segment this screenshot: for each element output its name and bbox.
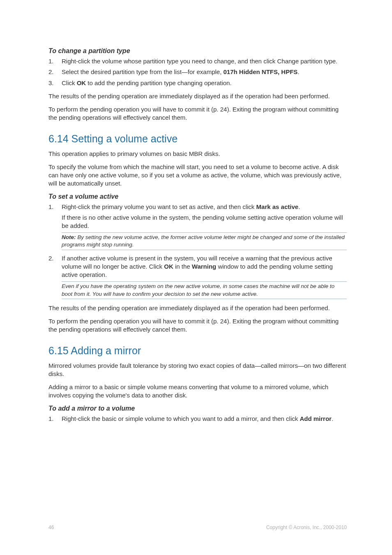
list-number: 1. bbox=[48, 57, 54, 65]
list-number: 2. bbox=[48, 68, 54, 76]
page-number: 46 bbox=[48, 525, 54, 530]
list-text: Right-click the volume whose partition t… bbox=[62, 58, 337, 65]
copyright-text: Copyright © Acronis, Inc., 2000-2010 bbox=[266, 525, 347, 530]
list-text: Select the desired partition type from t… bbox=[62, 68, 300, 75]
heading-adding-mirror: 6.15 Adding a mirror bbox=[48, 345, 347, 357]
list-item: 2.Select the desired partition type from… bbox=[48, 68, 347, 76]
sub-paragraph: If there is no other active volume in th… bbox=[62, 214, 347, 230]
list-change-partition-type: 1.Right-click the volume whose partition… bbox=[48, 57, 347, 87]
paragraph: Mirrored volumes provide fault tolerance… bbox=[48, 362, 347, 379]
list-item: 3.Click OK to add the pending partition … bbox=[48, 79, 347, 87]
heading-set-volume-active: To set a volume active bbox=[48, 193, 347, 200]
paragraph: This operation applies to primary volume… bbox=[48, 150, 347, 158]
note-body: By setting the new volume active, the fo… bbox=[62, 234, 345, 248]
list-number: 1. bbox=[48, 203, 54, 211]
list-number: 1. bbox=[48, 415, 54, 423]
paragraph: To specify the volume from which the mac… bbox=[48, 163, 347, 188]
page-footer: 46 Copyright © Acronis, Inc., 2000-2010 bbox=[48, 525, 347, 530]
list-text: If another active volume is present in t… bbox=[62, 255, 333, 279]
note-box: Note: By setting the new volume active, … bbox=[62, 232, 347, 250]
paragraph: The results of the pending operation are… bbox=[48, 92, 347, 100]
note-box: Even if you have the operating system on… bbox=[62, 281, 347, 299]
list-add-mirror: 1.Right-click the basic or simple volume… bbox=[48, 415, 347, 423]
list-text: Right-click the basic or simple volume t… bbox=[62, 415, 333, 422]
list-item: 1.Right-click the volume whose partition… bbox=[48, 57, 347, 65]
heading-change-partition-type: To change a partition type bbox=[48, 47, 347, 55]
list-number: 3. bbox=[48, 79, 54, 87]
list-item: 1. Right-click the primary volume you wa… bbox=[48, 203, 347, 250]
list-text: Click OK to add the pending partition ty… bbox=[62, 79, 232, 86]
paragraph: To perform the pending operation you wil… bbox=[48, 105, 347, 122]
paragraph: To perform the pending operation you wil… bbox=[48, 317, 347, 334]
paragraph: The results of the pending operation are… bbox=[48, 304, 347, 312]
list-text: Right-click the primary volume you want … bbox=[62, 203, 300, 210]
document-page: To change a partition type 1.Right-click… bbox=[0, 0, 392, 555]
list-item: 1.Right-click the basic or simple volume… bbox=[48, 415, 347, 423]
list-set-volume-active: 1. Right-click the primary volume you wa… bbox=[48, 203, 347, 299]
note-label: Note: bbox=[62, 234, 76, 240]
paragraph: Adding a mirror to a basic or simple vol… bbox=[48, 383, 347, 400]
list-number: 2. bbox=[48, 254, 54, 262]
heading-setting-volume-active: 6.14 Setting a volume active bbox=[48, 133, 347, 145]
heading-add-mirror-to-volume: To add a mirror to a volume bbox=[48, 405, 347, 412]
list-item: 2. If another active volume is present i… bbox=[48, 254, 347, 299]
